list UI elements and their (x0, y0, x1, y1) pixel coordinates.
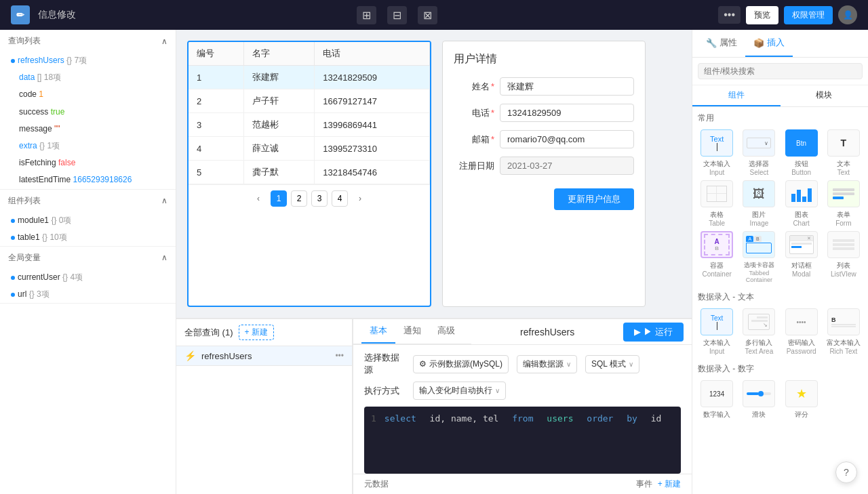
update-user-button[interactable]: 更新用户信息 (554, 188, 634, 210)
query-data[interactable]: data [] 18项 (0, 69, 176, 86)
query-list-header[interactable]: 查询列表 ∧ (0, 30, 176, 52)
page-prev-button[interactable]: ‹ (250, 190, 267, 207)
table-row[interactable]: 1 张建辉 13241829509 (189, 66, 430, 89)
input-tel[interactable] (500, 104, 634, 122)
text-input-2-icon: Text (701, 308, 733, 335)
exec-select[interactable]: 输入变化时自动执行 ∨ (413, 382, 506, 400)
layout-btn-2[interactable]: ⊟ (387, 6, 407, 24)
config-exec-row: 执行方式 输入变化时自动执行 ∨ (364, 382, 681, 400)
comp-rating[interactable]: ★ 评分 (783, 380, 821, 419)
page-next-button[interactable]: › (352, 190, 368, 207)
component-table1[interactable]: table1 {} 10项 (0, 229, 176, 246)
sql-mode-btn[interactable]: SQL 模式 ∨ (585, 355, 639, 373)
canvas-area: 编号 名字 电话 1 张建辉 13241829509 (176, 30, 692, 318)
component-list-header[interactable]: 组件列表 ∧ (0, 190, 176, 212)
comp-text[interactable]: T 文本Text (825, 129, 863, 176)
component-list-section: 组件列表 ∧ module1 {} 0项 table1 {} 10项 (0, 190, 176, 247)
comp-container[interactable]: AB 容器Container (698, 231, 736, 283)
sql-editor[interactable]: 1 select id, name, tel from users order … (364, 407, 681, 474)
user-avatar[interactable]: 👤 (838, 5, 857, 24)
comp-password[interactable]: •••• 密码输入Password (783, 308, 821, 355)
component-search-input[interactable] (698, 63, 863, 79)
page-3-button[interactable]: 3 (311, 190, 328, 207)
richtext-label: 富文本输入Rich Text (827, 338, 861, 355)
global-vars-header[interactable]: 全局变量 ∧ (0, 247, 176, 269)
table-pagination: ‹ 1 2 3 4 › (189, 184, 430, 212)
help-button[interactable]: ? (835, 461, 857, 483)
table-component[interactable]: 编号 名字 电话 1 张建辉 13241829509 (187, 41, 431, 307)
user-detail-title: 用户详情 (454, 52, 634, 66)
add-event-button[interactable]: + 新建 (658, 478, 681, 490)
global-url[interactable]: url {} 3项 (0, 286, 176, 303)
input-regdate[interactable] (500, 157, 634, 175)
comp-slider[interactable]: 滑块 (740, 380, 778, 419)
tab-insert[interactable]: 📦 插入 (745, 30, 793, 57)
comp-button[interactable]: Btn 按钮Button (783, 129, 821, 176)
table-row[interactable]: 3 范越彬 13996869441 (189, 113, 430, 137)
datasource-select[interactable]: ⚙ 示例数据源(MySQL) (413, 355, 509, 373)
global-currentuser[interactable]: currentUser {} 4项 (0, 269, 176, 286)
comp-textarea[interactable]: ↘ 多行输入Text Area (740, 308, 778, 355)
topbar: ✏ 信息修改 ⊞ ⊟ ⊠ ••• 预览 权限管理 👤 (0, 0, 868, 30)
sql-keyword-order: order (587, 413, 613, 424)
query-isfetching[interactable]: isFetching false (0, 155, 176, 171)
query-success[interactable]: success true (0, 104, 176, 121)
form-row-tel: 电话* (454, 104, 634, 122)
page-2-button[interactable]: 2 (291, 190, 307, 207)
layout-btn-1[interactable]: ⊞ (357, 6, 376, 24)
comp-text-input[interactable]: Text 文本输入Input (698, 129, 736, 176)
page-4-button[interactable]: 4 (332, 190, 348, 207)
layout-btn-3[interactable]: ⊠ (418, 6, 437, 24)
tab-properties[interactable]: 🔧 属性 (698, 30, 745, 57)
query-message[interactable]: message "" (0, 121, 176, 138)
table-row[interactable]: 2 卢子轩 16679127147 (189, 89, 430, 113)
global-vars-title: 全局变量 (8, 252, 41, 264)
cell-id: 3 (189, 113, 244, 137)
query-latestendtime[interactable]: latestEndTime 1665293918626 (0, 171, 176, 188)
comp-tab-module[interactable]: 模块 (781, 85, 869, 106)
comp-select[interactable]: ∨ 选择器Select (740, 129, 778, 176)
query-extra[interactable]: extra {} 1项 (0, 138, 176, 155)
image-icon: 🖼 (743, 180, 775, 207)
input-email[interactable] (500, 130, 634, 148)
page-1-button[interactable]: 1 (271, 190, 287, 207)
comp-modal[interactable]: ✕ 对话框Modal (783, 231, 821, 283)
run-query-button[interactable]: ▶ ▶ 运行 (623, 323, 684, 342)
query-refreshusers[interactable]: refreshUsers {} 7项 (0, 52, 176, 69)
table-row[interactable]: 4 薛立诚 13995273310 (189, 137, 430, 161)
comp-richtext[interactable]: B 富文本输入Rich Text (825, 308, 863, 355)
comp-tabbed-container[interactable]: A B 选项卡容器Tabbed Container (740, 231, 778, 283)
tab-basic[interactable]: 基本 (361, 319, 395, 344)
comp-table[interactable]: 表格Table (698, 180, 736, 227)
slider-label: 滑块 (752, 410, 766, 419)
slider-icon (743, 380, 775, 407)
common-section-title: 常用 (698, 112, 863, 124)
comp-image[interactable]: 🖼 图片Image (740, 180, 778, 227)
query-code[interactable]: code 1 (0, 86, 176, 103)
table-row[interactable]: 5 龚子默 13218454746 (189, 161, 430, 184)
query-item-more[interactable]: ••• (335, 351, 344, 361)
new-query-button[interactable]: + 新建 (239, 325, 274, 340)
app-title: 信息修改 (38, 9, 76, 21)
comp-number[interactable]: 1234 数字输入 (698, 380, 736, 419)
preview-button[interactable]: 预览 (746, 6, 778, 24)
comp-tab-component[interactable]: 组件 (692, 85, 781, 106)
permission-button[interactable]: 权限管理 (784, 6, 833, 24)
cell-name: 卢子轩 (244, 89, 315, 113)
query-bottom-layout: 全部查询 (1) + 新建 ⚡ refreshUsers ••• 基本 通知 (176, 319, 692, 494)
comp-form[interactable]: 表单Form (825, 180, 863, 227)
data-text-grid: Text 文本输入Input ↘ (698, 308, 863, 355)
comp-listview[interactable]: 列表ListVIew (825, 231, 863, 283)
edit-ds-label: 编辑数据源 (523, 358, 564, 370)
tab-notify[interactable]: 通知 (395, 319, 429, 344)
more-options-button[interactable]: ••• (718, 6, 741, 24)
input-name[interactable] (500, 77, 634, 96)
exec-label: 执行方式 (364, 385, 405, 397)
comp-text-input-2[interactable]: Text 文本输入Input (698, 308, 736, 355)
edit-datasource-btn[interactable]: 编辑数据源 ∨ (517, 355, 577, 373)
query-list-item[interactable]: ⚡ refreshUsers ••• (176, 346, 352, 366)
tab-advanced[interactable]: 高级 (429, 319, 463, 344)
component-module1[interactable]: module1 {} 0项 (0, 212, 176, 229)
query-item-name: refreshUsers (201, 351, 330, 361)
comp-chart[interactable]: 图表Chart (783, 180, 821, 227)
